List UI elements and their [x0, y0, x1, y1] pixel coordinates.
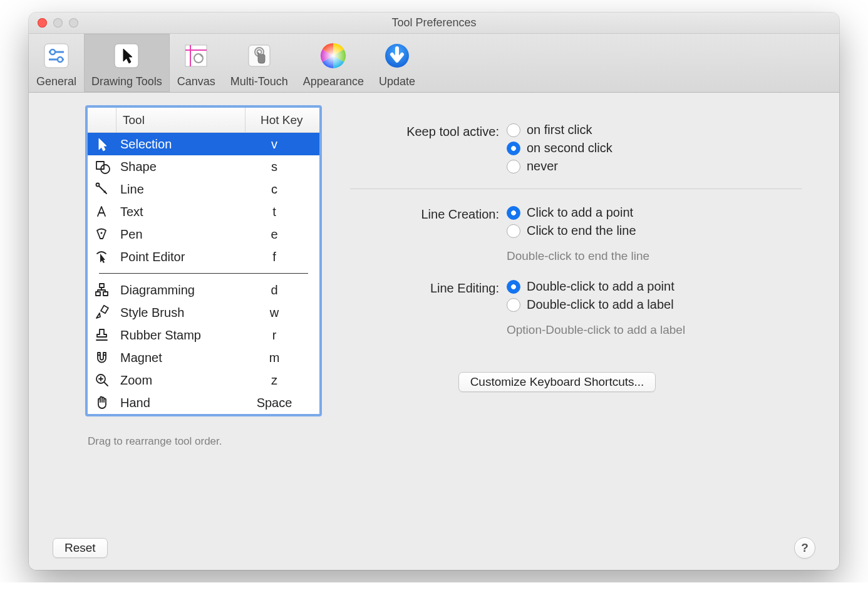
radio-label: on second click	[527, 141, 612, 155]
tab-appearance[interactable]: Appearance	[296, 34, 371, 92]
tool-name: Text	[116, 205, 245, 219]
canvas-icon	[179, 39, 213, 73]
tab-label: Canvas	[177, 75, 215, 88]
svg-point-19	[101, 232, 103, 234]
radio-button[interactable]	[507, 160, 520, 173]
svg-point-2	[50, 49, 55, 54]
keep-tool-active-group: Keep tool active: on first clickon secon…	[350, 123, 802, 173]
tab-drawing-tools[interactable]: Drawing Tools	[84, 34, 170, 92]
tool-hotkey: f	[245, 250, 319, 264]
tool-row-pen[interactable]: Pene	[88, 223, 319, 245]
tool-hotkey: t	[245, 205, 319, 219]
radio-button[interactable]	[507, 298, 520, 312]
radio-label: Double-click to add a label	[527, 297, 674, 312]
preferences-window: Tool Preferences General	[29, 13, 839, 570]
tool-name: Rubber Stamp	[116, 328, 245, 343]
line-editing-label: Line Editing:	[350, 279, 507, 337]
minimize-button[interactable]	[53, 18, 63, 28]
content-area: Tool Hot Key SelectionvShapesLinecTexttP…	[29, 93, 839, 570]
touch-icon	[242, 39, 276, 73]
tool-row-shape[interactable]: Shapes	[88, 155, 319, 178]
tab-label: Multi-Touch	[230, 75, 288, 88]
column-icon[interactable]	[88, 108, 116, 132]
tab-canvas[interactable]: Canvas	[170, 34, 223, 92]
column-tool[interactable]: Tool	[116, 108, 245, 132]
line-editing-note: Option-Double-click to add a label	[507, 323, 685, 337]
reset-button[interactable]: Reset	[53, 538, 108, 558]
cursor-icon	[110, 39, 143, 73]
stamp-icon	[88, 327, 116, 343]
zoom-button[interactable]	[69, 18, 78, 28]
radio-label: on first click	[527, 123, 592, 137]
download-arrow-icon	[380, 39, 414, 73]
svg-rect-20	[100, 284, 104, 287]
tool-hotkey: v	[245, 137, 319, 152]
line-editing-option[interactable]: Double-click to add a point	[507, 279, 685, 294]
cursor-icon	[88, 136, 116, 152]
radio-label: never	[527, 159, 558, 173]
customize-shortcuts-button[interactable]: Customize Keyboard Shortcuts...	[458, 372, 656, 392]
tab-general[interactable]: General	[29, 34, 84, 92]
radio-label: Click to end the line	[527, 224, 636, 238]
tool-hotkey: c	[245, 182, 319, 197]
line-editing-option[interactable]: Double-click to add a label	[507, 297, 685, 312]
radio-button[interactable]	[507, 142, 520, 155]
tool-row-diagramming[interactable]: Diagrammingd	[88, 279, 319, 301]
tool-hotkey: d	[245, 283, 319, 297]
tab-label: General	[36, 75, 76, 88]
keep-active-option[interactable]: on second click	[507, 141, 612, 155]
point-editor-icon	[88, 249, 116, 265]
tab-update[interactable]: Update	[371, 34, 423, 92]
svg-rect-6	[185, 45, 207, 66]
line-creation-option[interactable]: Click to add a point	[507, 205, 649, 220]
tool-row-style-brush[interactable]: Style Brushw	[88, 301, 319, 324]
tab-label: Drawing Tools	[91, 75, 162, 88]
tool-row-rubber-stamp[interactable]: Rubber Stampr	[88, 324, 319, 346]
window-title: Tool Preferences	[391, 16, 476, 29]
tool-row-selection[interactable]: Selectionv	[88, 133, 319, 155]
magnet-icon	[88, 349, 116, 366]
close-button[interactable]	[38, 18, 47, 28]
keep-active-option[interactable]: never	[507, 159, 612, 173]
radio-button[interactable]	[507, 123, 520, 137]
zoom-icon	[88, 372, 116, 388]
radio-button[interactable]	[507, 280, 520, 294]
svg-point-4	[58, 57, 63, 62]
text-icon	[88, 204, 116, 220]
keep-active-option[interactable]: on first click	[507, 123, 612, 137]
diagram-icon	[88, 282, 116, 298]
tool-name: Diagramming	[116, 283, 245, 297]
column-hotkey[interactable]: Hot Key	[245, 108, 319, 132]
tool-name: Line	[116, 182, 245, 197]
tool-hotkey: m	[245, 351, 319, 365]
brush-icon	[88, 304, 116, 321]
line-creation-note: Double-click to end the line	[507, 249, 649, 263]
tool-row-point-editor[interactable]: Point Editorf	[88, 245, 319, 268]
tool-row-magnet[interactable]: Magnetm	[88, 346, 319, 369]
tool-row-line[interactable]: Linec	[88, 178, 319, 200]
svg-rect-23	[101, 306, 108, 314]
line-creation-option[interactable]: Click to end the line	[507, 224, 649, 238]
tool-list[interactable]: Tool Hot Key SelectionvShapesLinecTexttP…	[85, 105, 322, 416]
svg-line-28	[104, 382, 108, 386]
svg-rect-22	[103, 292, 108, 296]
keep-tool-active-label: Keep tool active:	[350, 123, 507, 173]
window-controls	[38, 18, 78, 28]
tool-name: Hand	[116, 396, 245, 410]
section-divider	[350, 189, 802, 189]
line-creation-label: Line Creation:	[350, 205, 507, 263]
tool-hotkey: r	[245, 328, 319, 343]
tool-row-zoom[interactable]: Zoomz	[88, 369, 319, 391]
tab-multi-touch[interactable]: Multi-Touch	[223, 34, 296, 92]
tool-row-text[interactable]: Textt	[88, 200, 319, 223]
line-creation-group: Line Creation: Click to add a pointClick…	[350, 205, 802, 263]
tool-hotkey: z	[245, 373, 319, 388]
line-icon	[88, 181, 116, 197]
line-editing-group: Line Editing: Double-click to add a poin…	[350, 279, 802, 337]
radio-button[interactable]	[507, 206, 520, 220]
footer: Reset ?	[29, 537, 839, 559]
radio-button[interactable]	[507, 224, 520, 238]
help-button[interactable]: ?	[794, 537, 815, 559]
tool-row-hand[interactable]: HandSpace	[88, 391, 319, 414]
tool-hotkey: e	[245, 227, 319, 242]
